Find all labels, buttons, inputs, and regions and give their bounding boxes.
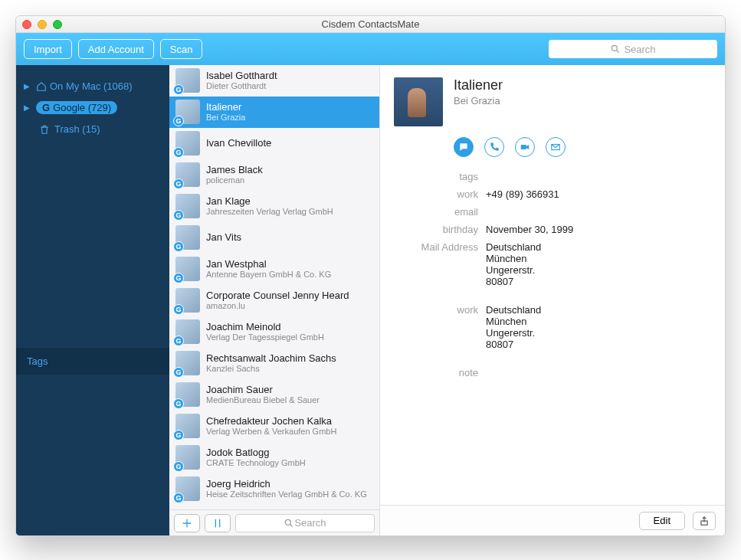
contact-list-footer: Search — [169, 509, 379, 535]
google-badge-icon: G — [173, 367, 184, 378]
sidebar-accounts: ▶ On My Mac (1068) ▶ G Google (729) Tras — [16, 65, 169, 348]
detail-field-row: email — [394, 203, 711, 221]
call-button[interactable] — [484, 137, 504, 157]
contact-subtitle: Antenne Bayern GmbH & Co. KG — [206, 270, 331, 280]
contact-subtitle: Jahreszeiten Verlag Verlag GmbH — [206, 207, 333, 217]
google-badge-icon: G — [173, 493, 184, 503]
avatar: G — [175, 100, 200, 124]
google-icon: G — [42, 102, 50, 113]
contact-row[interactable]: GJames Blackpoliceman — [169, 159, 379, 191]
search-placeholder-bottom: Search — [294, 517, 326, 529]
field-value: Deutschland München Ungererstr. 80807 — [486, 304, 711, 350]
columns-icon — [211, 517, 224, 529]
contact-row[interactable]: GRechtsanwalt Joachim SachsKanzlei Sachs — [169, 348, 379, 379]
message-button[interactable] — [454, 137, 474, 157]
sidebar-on-my-mac-label: On My Mac (1068) — [50, 80, 133, 92]
contact-row[interactable]: GChefredakteur Jochen KalkaVerlag Werben… — [169, 411, 379, 442]
detail-pane: Italiener Bei Grazia — [380, 65, 725, 535]
contact-row[interactable]: GJan WestphalAntenne Bayern GmbH & Co. K… — [169, 254, 379, 285]
contact-subtitle: CRATE Technology GmbH — [206, 458, 306, 468]
sidebar-tags-area — [16, 375, 169, 535]
share-button[interactable] — [693, 512, 716, 530]
avatar: G — [175, 445, 200, 470]
contact-row[interactable]: GJodok BatloggCRATE Technology GmbH — [169, 442, 379, 473]
field-value — [486, 171, 711, 182]
detail-footer: Edit — [380, 505, 725, 535]
contact-photo[interactable] — [394, 77, 443, 126]
disclosure-triangle-icon[interactable]: ▶ — [24, 103, 30, 112]
sidebar-item-on-my-mac[interactable]: ▶ On My Mac (1068) — [16, 76, 169, 97]
trash-icon — [39, 124, 50, 135]
google-badge-icon: G — [173, 304, 184, 315]
google-badge-icon: G — [173, 241, 184, 252]
sidebar-item-google[interactable]: ▶ G Google (729) — [16, 97, 169, 119]
contact-row[interactable]: GJan Vits — [169, 222, 379, 254]
contact-list[interactable]: GIsabel GotthardtDieter GotthardtGItalie… — [169, 65, 379, 509]
google-badge-icon: G — [173, 273, 184, 283]
sidebar-tags-header[interactable]: Tags — [16, 348, 169, 375]
field-label: email — [394, 206, 486, 218]
google-badge-icon: G — [173, 147, 184, 158]
field-label: birthday — [394, 224, 486, 235]
contact-row[interactable]: GItalienerBei Grazia — [169, 97, 379, 128]
contact-row[interactable]: GJoachim MeinoldVerlag Der Tagesspiegel … — [169, 316, 379, 348]
detail-subtitle: Bei Grazia — [454, 95, 503, 106]
search-placeholder-top: Search — [624, 44, 655, 55]
toolbar: Import Add Account Scan Search — [16, 33, 725, 65]
contact-name: James Black — [206, 164, 263, 176]
avatar: G — [175, 351, 200, 375]
google-badge-icon: G — [173, 398, 184, 409]
add-contact-button[interactable] — [174, 514, 200, 532]
contact-name: Chefredakteur Jochen Kalka — [206, 415, 336, 427]
contact-row[interactable]: GJoerg HeidrichHeise Zeitschriften Verla… — [169, 473, 379, 505]
import-button[interactable]: Import — [24, 39, 72, 59]
avatar: G — [175, 476, 200, 501]
disclosure-triangle-icon[interactable]: ▶ — [24, 82, 30, 90]
contact-row[interactable]: GIsabel GotthardtDieter Gotthardt — [169, 65, 379, 97]
plus-icon — [181, 517, 193, 529]
video-icon — [520, 142, 530, 152]
contact-subtitle: MedienBureau Biebel & Sauer — [206, 395, 320, 405]
field-value: Deutschland München Ungererstr. 80807 — [486, 241, 711, 287]
detail-field-row: workDeutschland München Ungererstr. 8080… — [394, 301, 711, 353]
columns-button[interactable] — [205, 514, 231, 532]
detail-field-row: Mail AddressDeutschland München Ungerers… — [394, 238, 711, 290]
google-badge-icon: G — [173, 461, 184, 472]
search-input-top[interactable]: Search — [549, 40, 717, 58]
avatar: G — [175, 288, 200, 313]
avatar: G — [175, 68, 200, 93]
sidebar-item-trash[interactable]: Trash (15) — [16, 119, 169, 139]
avatar: G — [175, 162, 200, 187]
add-account-button[interactable]: Add Account — [78, 39, 154, 59]
google-badge-icon: G — [173, 210, 184, 221]
field-label: note — [394, 367, 486, 378]
window-title: Cisdem ContactsMate — [16, 18, 725, 30]
contact-row[interactable]: GJan KlageJahreszeiten Verlag Verlag Gmb… — [169, 191, 379, 222]
field-value: +49 (89) 366931 — [486, 188, 711, 200]
detail-title: Italiener — [454, 77, 503, 93]
field-value — [486, 367, 711, 378]
field-value — [486, 206, 711, 218]
search-input-bottom[interactable]: Search — [235, 514, 375, 532]
scan-button[interactable]: Scan — [160, 39, 203, 59]
contact-row[interactable]: GIvan Chevillote — [169, 128, 379, 159]
email-button[interactable] — [546, 137, 566, 157]
detail-field-row: note — [394, 364, 711, 382]
avatar: G — [175, 382, 200, 407]
video-button[interactable] — [515, 137, 535, 157]
contact-name: Jan Klage — [206, 195, 333, 208]
svg-rect-8 — [521, 145, 526, 149]
svg-point-0 — [612, 45, 618, 51]
contact-subtitle: Heise Zeitschriften Verlag GmbH & Co. KG — [206, 490, 367, 499]
contact-subtitle: Verlag Der Tagesspiegel GmbH — [206, 332, 324, 342]
edit-button[interactable]: Edit — [639, 512, 685, 530]
avatar: G — [175, 414, 200, 438]
detail-field-row: work+49 (89) 366931 — [394, 185, 711, 203]
svg-line-7 — [290, 524, 293, 526]
contact-row[interactable]: GJoachim SauerMedienBureau Biebel & Saue… — [169, 379, 379, 411]
sidebar: ▶ On My Mac (1068) ▶ G Google (729) Tras — [16, 65, 169, 535]
contact-row[interactable]: GCorporate Counsel Jenny Heardamazon.lu — [169, 285, 379, 316]
contact-name: Italiener — [206, 101, 245, 113]
google-badge-icon: G — [173, 430, 184, 440]
avatar: G — [175, 225, 200, 250]
